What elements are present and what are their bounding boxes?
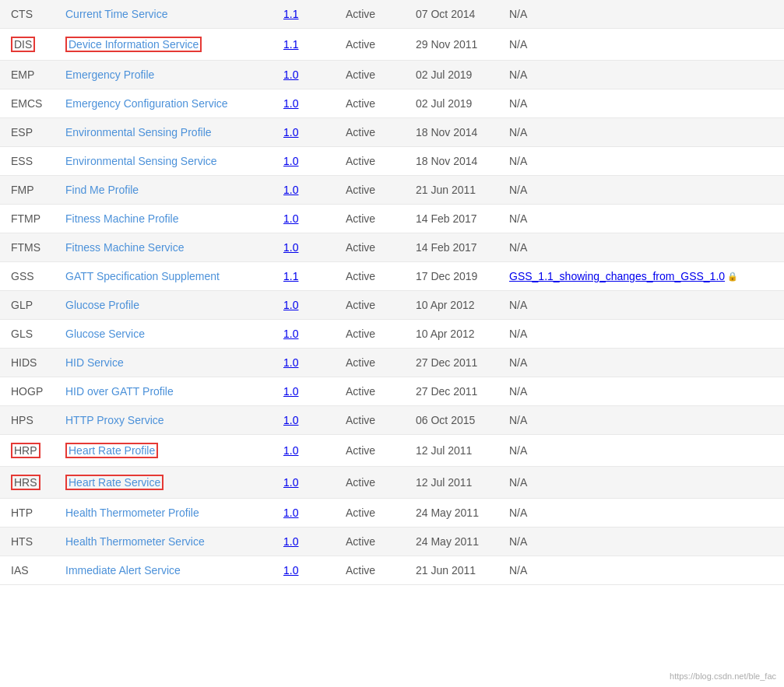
table-row: HPSHTTP Proxy Service1.0Active06 Oct 201… (0, 406, 784, 435)
row-version[interactable]: 1.1 (272, 0, 335, 29)
table-row: HRPHeart Rate Profile1.0Active12 Jul 201… (0, 435, 784, 467)
row-name[interactable]: HID Service (54, 349, 272, 377)
row-status: Active (335, 61, 405, 89)
row-link: N/A (498, 435, 784, 467)
row-link: N/A (498, 0, 784, 29)
row-status: Active (335, 176, 405, 205)
row-link: N/A (498, 118, 784, 147)
table-row: GLPGlucose Profile1.0Active10 Apr 2012N/… (0, 291, 784, 320)
row-abbr: IAS (0, 556, 54, 585)
table-row: CTSCurrent Time Service1.1Active07 Oct 2… (0, 0, 784, 29)
row-status: Active (335, 205, 405, 233)
row-date: 18 Nov 2014 (405, 118, 498, 147)
row-version[interactable]: 1.0 (272, 528, 335, 556)
row-date: 29 Nov 2011 (405, 29, 498, 61)
row-name[interactable]: Emergency Profile (54, 61, 272, 89)
row-version[interactable]: 1.0 (272, 176, 335, 205)
row-name[interactable]: Fitness Machine Service (54, 233, 272, 262)
row-date: 27 Dec 2011 (405, 349, 498, 377)
row-abbr: HOGP (0, 377, 54, 406)
row-status: Active (335, 320, 405, 349)
row-name[interactable]: Current Time Service (54, 0, 272, 29)
row-link: N/A (498, 377, 784, 406)
row-abbr: CTS (0, 0, 54, 29)
row-abbr: GLP (0, 291, 54, 320)
row-name[interactable]: Environmental Sensing Profile (54, 118, 272, 147)
row-version[interactable]: 1.0 (272, 556, 335, 585)
row-version[interactable]: 1.0 (272, 435, 335, 467)
row-version[interactable]: 1.0 (272, 205, 335, 233)
row-abbr: FMP (0, 176, 54, 205)
row-date: 24 May 2011 (405, 528, 498, 556)
row-version[interactable]: 1.0 (272, 61, 335, 89)
row-name[interactable]: Immediate Alert Service (54, 556, 272, 585)
row-name[interactable]: Fitness Machine Profile (54, 205, 272, 233)
row-version[interactable]: 1.0 (272, 291, 335, 320)
row-status: Active (335, 0, 405, 29)
row-name[interactable]: Emergency Configuration Service (54, 89, 272, 118)
row-status: Active (335, 377, 405, 406)
row-name[interactable]: Glucose Service (54, 320, 272, 349)
row-link: N/A (498, 406, 784, 435)
table-row: ESPEnvironmental Sensing Profile1.0Activ… (0, 118, 784, 147)
table-row: EMCSEmergency Configuration Service1.0Ac… (0, 89, 784, 118)
row-abbr: HPS (0, 406, 54, 435)
row-version[interactable]: 1.0 (272, 233, 335, 262)
row-version[interactable]: 1.1 (272, 29, 335, 61)
row-link[interactable]: GSS_1.1_showing_changes_from_GSS_1.0🔒 (498, 262, 784, 291)
row-link: N/A (498, 61, 784, 89)
row-abbr: HRP (0, 435, 54, 467)
row-version[interactable]: 1.0 (272, 147, 335, 176)
table-row: HTPHealth Thermometer Profile1.0Active24… (0, 499, 784, 528)
row-date: 14 Feb 2017 (405, 233, 498, 262)
row-abbr: HTS (0, 528, 54, 556)
row-abbr: GSS (0, 262, 54, 291)
bluetooth-specs-table: CTSCurrent Time Service1.1Active07 Oct 2… (0, 0, 784, 585)
row-date: 12 Jul 2011 (405, 435, 498, 467)
row-link: N/A (498, 291, 784, 320)
row-status: Active (335, 528, 405, 556)
row-date: 24 May 2011 (405, 499, 498, 528)
row-name[interactable]: Environmental Sensing Service (54, 147, 272, 176)
row-version[interactable]: 1.0 (272, 377, 335, 406)
row-date: 02 Jul 2019 (405, 89, 498, 118)
row-name[interactable]: Find Me Profile (54, 176, 272, 205)
row-version[interactable]: 1.0 (272, 118, 335, 147)
row-link: N/A (498, 349, 784, 377)
row-name[interactable]: Heart Rate Profile (54, 435, 272, 467)
row-status: Active (335, 499, 405, 528)
row-abbr: HTP (0, 499, 54, 528)
row-abbr: EMCS (0, 89, 54, 118)
row-version[interactable]: 1.0 (272, 349, 335, 377)
row-name[interactable]: Health Thermometer Service (54, 528, 272, 556)
table-row: HRSHeart Rate Service1.0Active12 Jul 201… (0, 467, 784, 499)
row-name[interactable]: Glucose Profile (54, 291, 272, 320)
row-version[interactable]: 1.0 (272, 406, 335, 435)
row-abbr: GLS (0, 320, 54, 349)
row-date: 10 Apr 2012 (405, 291, 498, 320)
table-row: HTSHealth Thermometer Service1.0Active24… (0, 528, 784, 556)
row-link: N/A (498, 467, 784, 499)
row-version[interactable]: 1.0 (272, 89, 335, 118)
table-row: GLSGlucose Service1.0Active10 Apr 2012N/… (0, 320, 784, 349)
row-status: Active (335, 556, 405, 585)
row-abbr: DIS (0, 29, 54, 61)
row-name[interactable]: Health Thermometer Profile (54, 499, 272, 528)
row-date: 14 Feb 2017 (405, 205, 498, 233)
row-date: 18 Nov 2014 (405, 147, 498, 176)
row-name[interactable]: Device Information Service (54, 29, 272, 61)
row-version[interactable]: 1.0 (272, 499, 335, 528)
row-name[interactable]: HID over GATT Profile (54, 377, 272, 406)
row-version[interactable]: 1.0 (272, 320, 335, 349)
lock-icon: 🔒 (727, 272, 737, 282)
table-row: FMPFind Me Profile1.0Active21 Jun 2011N/… (0, 176, 784, 205)
row-name[interactable]: HTTP Proxy Service (54, 406, 272, 435)
row-name[interactable]: Heart Rate Service (54, 467, 272, 499)
row-abbr: FTMP (0, 205, 54, 233)
row-name[interactable]: GATT Specification Supplement (54, 262, 272, 291)
row-link: N/A (498, 29, 784, 61)
row-version[interactable]: 1.1 (272, 262, 335, 291)
row-date: 12 Jul 2011 (405, 467, 498, 499)
row-version[interactable]: 1.0 (272, 467, 335, 499)
row-link: N/A (498, 147, 784, 176)
